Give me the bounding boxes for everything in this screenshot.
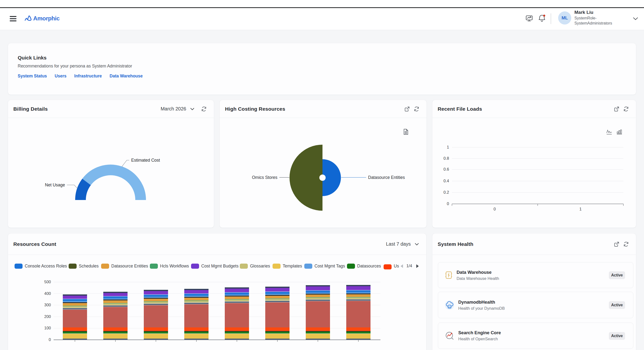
svg-text:0: 0 <box>447 201 449 206</box>
svg-text:0: 0 <box>494 207 496 211</box>
svg-text:Net Usage: Net Usage <box>45 183 65 187</box>
svg-text:1: 1 <box>579 207 582 211</box>
svg-text:0.8: 0.8 <box>444 156 449 160</box>
svg-text:0: 0 <box>49 337 51 342</box>
svg-text:Omics Stores: Omics Stores <box>252 175 278 180</box>
svg-text:1: 1 <box>447 145 449 149</box>
svg-text:0.2: 0.2 <box>444 190 449 194</box>
svg-text:100: 100 <box>44 326 51 330</box>
svg-text:300: 300 <box>44 303 51 307</box>
svg-text:500: 500 <box>44 280 51 284</box>
svg-text:400: 400 <box>44 291 51 296</box>
svg-text:0.4: 0.4 <box>444 179 449 183</box>
svg-text:0.6: 0.6 <box>444 167 449 171</box>
svg-text:Datasource Entities: Datasource Entities <box>368 175 405 180</box>
svg-text:Estimated Cost: Estimated Cost <box>131 158 160 163</box>
svg-text:200: 200 <box>44 314 51 319</box>
